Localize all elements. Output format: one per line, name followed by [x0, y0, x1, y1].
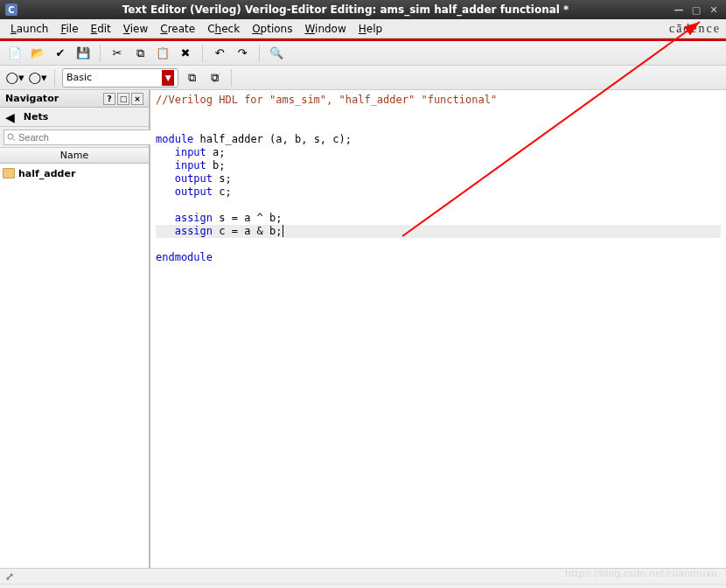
tool-icon-2[interactable]: ⧉̸ — [205, 68, 224, 88]
maximize-button[interactable]: ▢ — [689, 4, 703, 16]
folder-icon — [3, 168, 15, 178]
navigator-column-header[interactable]: Name — [0, 148, 149, 164]
tool-icon-1[interactable]: ⧉ — [182, 68, 201, 88]
separator — [259, 45, 260, 62]
menu-launch[interactable]: Launch — [5, 21, 53, 37]
menubar: LaunchFileEditViewCreateCheckOptionsWind… — [0, 19, 726, 38]
help-icon[interactable]: ? — [103, 93, 115, 105]
separator — [100, 45, 101, 62]
status-bar-mouse: mouse L: M: L:11 C:19 R: — [0, 584, 726, 588]
tree-item-label: half_adder — [18, 168, 75, 179]
menu-view[interactable]: View — [118, 21, 153, 37]
menu-create[interactable]: Create — [155, 21, 200, 37]
new-file-icon[interactable]: 📄 — [5, 44, 24, 63]
minimize-button[interactable]: — — [672, 4, 686, 16]
menu-options[interactable]: Options — [247, 21, 297, 37]
separator — [54, 69, 55, 87]
navigator-header: Navigator ? □ × — [0, 90, 149, 108]
search-icon[interactable]: 🔍 — [267, 44, 286, 63]
open-folder-icon[interactable]: 📂 — [28, 44, 47, 63]
window-title: Text Editor (Verilog) Verilog-Editor Edi… — [23, 4, 668, 16]
toolbar-secondary: ◯▾ ◯▾ Basic ▼ ⧉ ⧉̸ — [0, 66, 726, 90]
navigator-search-input[interactable] — [3, 130, 154, 145]
close-button[interactable]: ✕ — [707, 4, 721, 16]
dropdown-arrow-icon[interactable]: ▼ — [162, 70, 174, 86]
separator — [231, 69, 232, 87]
navigator-title: Navigator — [5, 93, 59, 104]
tree-item[interactable]: half_adder — [3, 166, 146, 180]
separator — [202, 45, 203, 62]
paste-icon[interactable]: 📋 — [153, 44, 172, 63]
toolbar-primary: 📄 📂 ✔ 💾 ✂ ⧉ 📋 ✖ ↶ ↷ 🔍 — [0, 41, 726, 66]
navigator-tabs: ◀ Nets — [0, 108, 149, 127]
navigator-tree[interactable]: half_adder — [0, 164, 149, 568]
copy-icon[interactable]: ⧉ — [130, 44, 150, 63]
app-icon: C — [5, 4, 17, 16]
menu-check[interactable]: Check — [202, 21, 245, 37]
menu-window[interactable]: Window — [299, 21, 351, 37]
menu-help[interactable]: Help — [353, 21, 387, 37]
menu-edit[interactable]: Edit — [86, 21, 116, 37]
status-bar-icons: ⤢ — [0, 568, 726, 584]
nav-prev-icon[interactable]: ◯▾ — [5, 68, 24, 88]
delete-icon[interactable]: ✖ — [176, 44, 195, 63]
main-area: Navigator ? □ × ◀ Nets ▾ Name half_adder… — [0, 90, 726, 568]
titlebar: C Text Editor (Verilog) Verilog-Editor E… — [0, 0, 726, 19]
cut-icon[interactable]: ✂ — [108, 44, 127, 63]
undock-icon[interactable]: □ — [117, 93, 129, 105]
undo-icon[interactable]: ↶ — [210, 44, 229, 63]
navigator-panel: Navigator ? □ × ◀ Nets ▾ Name half_adder — [0, 90, 150, 568]
nav-back-icon[interactable]: ◀ — [5, 110, 15, 124]
view-select[interactable]: Basic ▼ — [62, 68, 178, 88]
navigator-search-row: ▾ — [0, 127, 149, 148]
check-icon[interactable]: ✔ — [51, 44, 70, 63]
nav-next-icon[interactable]: ◯▾ — [28, 68, 47, 88]
status-icon[interactable]: ⤢ — [5, 570, 14, 583]
code-editor[interactable]: //Verilog HDL for "ams_sim", "half_adder… — [150, 90, 726, 568]
nav-tab-label[interactable]: Nets — [24, 111, 48, 122]
close-panel-icon[interactable]: × — [131, 93, 143, 105]
menu-file[interactable]: File — [55, 21, 83, 37]
brand-logo: cādence — [669, 22, 721, 36]
save-icon[interactable]: 💾 — [73, 44, 93, 63]
view-select-value: Basic — [66, 72, 92, 83]
redo-icon[interactable]: ↷ — [233, 44, 252, 63]
